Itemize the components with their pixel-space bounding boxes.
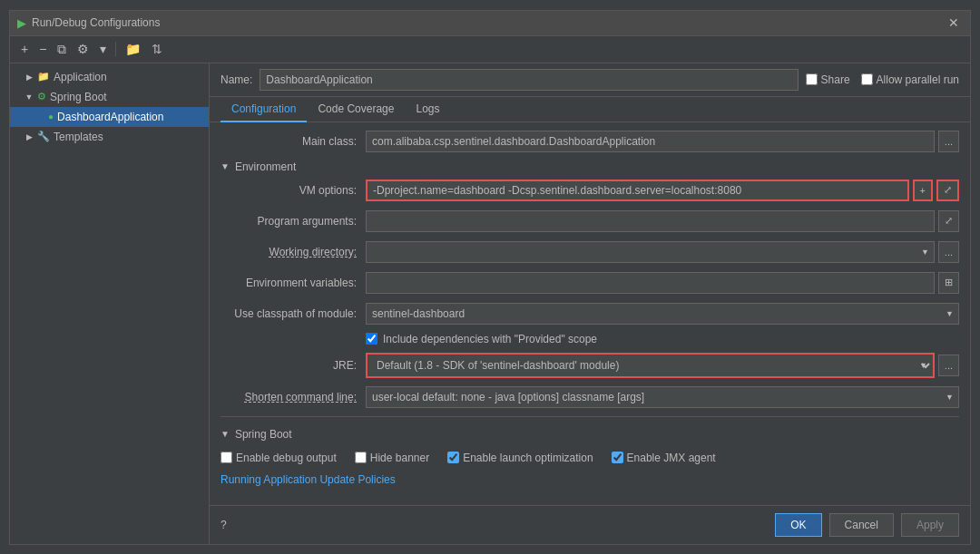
classpath-select[interactable]: sentinel-dashboard [366,303,959,325]
main-class-row: Main class: ... [220,130,959,153]
name-bar: Name: Share Allow parallel run [210,63,970,97]
tabs-bar: Configuration Code Coverage Logs [210,97,970,122]
env-vars-input[interactable] [366,272,935,294]
running-update-link[interactable]: Running Application Update Policies [220,470,959,490]
jmx-checkbox[interactable] [612,452,623,463]
working-dir-label: Working directory: [220,246,366,258]
include-provided-label: Include dependencies with "Provided" sco… [383,333,597,345]
main-content: ▶ 📁 Application ▼ ⚙ Spring Boot ● Dashbo… [10,63,970,544]
tab-configuration[interactable]: Configuration [220,97,307,122]
vm-fullscreen-button[interactable]: ⤢ [936,180,959,201]
sidebar-item-application[interactable]: ▶ 📁 Application [10,67,209,87]
jre-select[interactable]: Default (1.8 - SDK of 'sentinel-dashboar… [368,355,933,376]
jre-wrap: Default (1.8 - SDK of 'sentinel-dashboar… [366,353,959,378]
launch-opt-wrap[interactable]: Enable launch optimization [447,452,593,464]
classpath-row: Use classpath of module: sentinel-dashbo… [220,302,959,326]
include-provided-row: Include dependencies with "Provided" sco… [366,333,959,345]
vm-options-row: VM options: + ⤢ [220,179,959,202]
application-arrow: ▶ [24,73,34,82]
dashboard-arrow [35,112,44,121]
working-dir-browse-button[interactable]: ... [938,241,959,263]
vm-options-input[interactable] [366,180,909,201]
program-args-row: Program arguments: ⤢ [220,209,959,233]
sidebar-item-dashboard[interactable]: ● DashboardApplication [10,107,209,127]
working-dir-input[interactable] [366,241,935,263]
dashboard-run-icon: ● [48,112,54,121]
environment-arrow: ▼ [220,161,230,171]
tab-code-coverage[interactable]: Code Coverage [307,97,405,122]
jre-row: JRE: Default (1.8 - SDK of 'sentinel-das… [220,353,959,378]
vm-expand-button[interactable]: + [913,180,933,201]
shorten-cmd-label: Shorten command line: [220,391,366,403]
spring-boot-label: Spring Boot [50,91,107,103]
parallel-checkbox-wrap[interactable]: Allow parallel run [861,73,959,86]
parallel-checkbox[interactable] [861,73,873,85]
working-dir-row: Working directory: ... [220,240,959,264]
shorten-cmd-row: Shorten command line: user-local default… [220,385,959,409]
environment-title: Environment [235,160,296,173]
sidebar-item-templates[interactable]: ▶ 🔧 Templates [10,127,209,147]
add-config-button[interactable]: + [17,40,32,58]
springboot-header: ▼ Spring Boot [220,428,959,441]
ok-button[interactable]: OK [775,513,821,537]
arrow-down-button[interactable]: ▾ [96,40,110,58]
application-label: Application [54,71,107,83]
name-input[interactable] [260,69,798,91]
classpath-wrap: sentinel-dashboard [366,303,959,325]
parallel-label: Allow parallel run [877,73,959,86]
shorten-cmd-wrap: user-local default: none - java [options… [366,386,959,408]
environment-section: ▼ Environment [220,160,959,173]
working-dir-wrap: ... [366,241,959,263]
debug-output-checkbox[interactable] [220,452,232,463]
springboot-options: Enable debug output Hide banner Enable l… [220,446,959,470]
copy-config-button[interactable]: ⧉ [54,40,70,59]
program-args-input[interactable] [366,210,935,232]
title-bar-left: ▶ Run/Debug Configurations [17,16,160,30]
close-button[interactable]: ✕ [945,15,963,30]
sidebar: ▶ 📁 Application ▼ ⚙ Spring Boot ● Dashbo… [10,63,210,544]
hide-banner-wrap[interactable]: Hide banner [355,452,429,464]
include-provided-checkbox[interactable] [366,333,377,345]
main-class-input[interactable] [366,131,935,152]
share-checkbox-wrap[interactable]: Share [806,73,850,86]
springboot-title: Spring Boot [235,428,292,441]
right-panel: Name: Share Allow parallel run Configura… [210,63,970,544]
debug-output-label: Enable debug output [236,452,337,464]
springboot-arrow: ▼ [220,429,230,439]
program-args-expand-button[interactable]: ⤢ [938,210,959,232]
settings-button[interactable]: ⚙ [74,40,93,58]
tab-logs[interactable]: Logs [405,97,450,122]
cancel-button[interactable]: Cancel [829,513,894,537]
launch-opt-checkbox[interactable] [447,452,459,463]
main-class-label: Main class: [220,135,366,148]
shorten-cmd-select[interactable]: user-local default: none - java [options… [366,386,959,408]
bottom-bar: ? OK Cancel Apply [210,505,970,544]
spring-boot-icon: ⚙ [37,91,46,102]
apply-button[interactable]: Apply [901,513,959,537]
templates-label: Templates [54,131,103,143]
jre-browse-button[interactable]: ... [938,355,959,376]
remove-config-button[interactable]: − [35,40,50,58]
toolbar-separator [115,42,116,56]
main-class-browse-button[interactable]: ... [938,131,959,152]
debug-output-wrap[interactable]: Enable debug output [220,452,337,464]
name-label: Name: [220,73,252,86]
jmx-wrap[interactable]: Enable JMX agent [612,452,716,464]
program-args-wrap: ⤢ [366,210,959,232]
dialog-title: Run/Debug Configurations [32,16,160,29]
sidebar-item-spring-boot[interactable]: ▼ ⚙ Spring Boot [10,87,209,107]
main-class-wrap: ... [366,131,959,152]
springboot-section: ▼ Spring Boot Enable debug output Hide b… [220,416,959,490]
env-vars-row: Environment variables: ⊞ [220,271,959,295]
hide-banner-checkbox[interactable] [355,452,367,463]
env-vars-label: Environment variables: [220,277,366,289]
share-label: Share [821,73,850,86]
sort-button[interactable]: ⇅ [148,40,166,58]
share-checkbox[interactable] [806,73,818,85]
env-vars-browse-button[interactable]: ⊞ [938,272,959,294]
debug-icon: ▶ [17,16,26,30]
vm-options-label: VM options: [220,184,366,197]
vm-options-wrap: + ⤢ [366,180,959,201]
folder-button[interactable]: 📁 [122,40,144,58]
classpath-label: Use classpath of module: [220,307,366,320]
